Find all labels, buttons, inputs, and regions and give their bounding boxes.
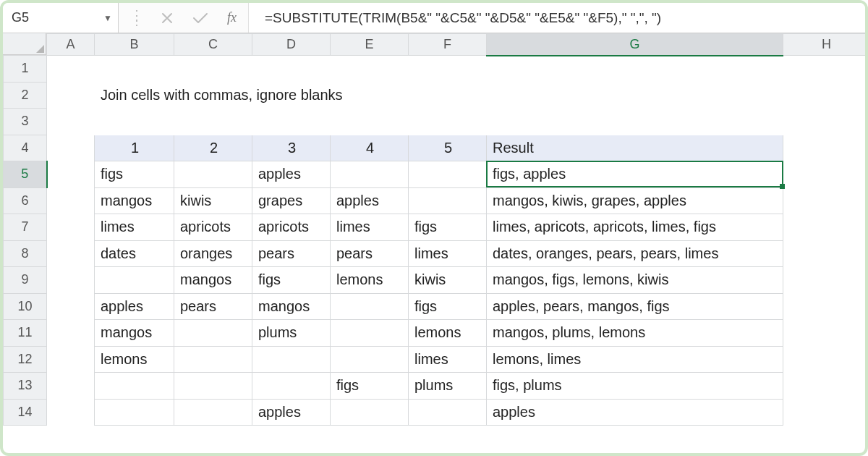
table-header[interactable]: 4 — [331, 135, 409, 161]
cell[interactable]: apples — [487, 399, 783, 426]
cell[interactable] — [783, 320, 869, 347]
cell[interactable] — [174, 161, 252, 188]
cell[interactable]: apples — [252, 399, 331, 426]
cell[interactable]: figs — [252, 267, 331, 294]
cell[interactable] — [409, 399, 487, 426]
cell[interactable]: limes — [409, 240, 487, 267]
cell[interactable]: limes — [331, 214, 409, 241]
col-header-C[interactable]: C — [174, 34, 252, 56]
row-header-10[interactable]: 10 — [4, 293, 47, 320]
cell[interactable] — [783, 346, 869, 373]
cell-G5[interactable]: figs, apples — [487, 161, 783, 188]
fx-icon[interactable]: fx — [227, 10, 237, 25]
cell[interactable]: figs — [409, 293, 487, 320]
cell[interactable]: oranges — [174, 240, 252, 267]
formula-input[interactable]: =SUBSTITUTE(TRIM(B5&" "&C5&" "&D5&" "&E5… — [249, 3, 865, 33]
cell[interactable] — [331, 161, 409, 188]
row-header-14[interactable]: 14 — [4, 399, 47, 426]
cell[interactable] — [95, 373, 174, 400]
table-header[interactable]: 5 — [409, 135, 487, 161]
cell[interactable] — [174, 320, 252, 347]
row-header-8[interactable]: 8 — [4, 240, 47, 267]
cell[interactable] — [47, 320, 95, 347]
cell[interactable] — [47, 399, 95, 426]
cell[interactable] — [47, 82, 95, 109]
cell[interactable] — [783, 240, 869, 267]
cell[interactable]: figs — [95, 161, 174, 188]
col-header-H[interactable]: H — [783, 34, 869, 56]
cell[interactable]: apricots — [252, 214, 331, 241]
cell[interactable] — [47, 346, 95, 373]
cell[interactable] — [252, 373, 331, 400]
cell[interactable]: mangos — [252, 293, 331, 320]
cell[interactable]: mangos — [95, 320, 174, 347]
cell[interactable] — [95, 56, 869, 83]
cell[interactable]: mangos, plums, lemons — [487, 320, 783, 347]
cell[interactable]: lemons — [331, 267, 409, 294]
cell[interactable]: lemons — [95, 346, 174, 373]
cell[interactable] — [783, 161, 869, 188]
cell[interactable]: mangos, kiwis, grapes, apples — [487, 187, 783, 214]
cell[interactable]: dates, oranges, pears, pears, limes — [487, 240, 783, 267]
cell[interactable] — [783, 293, 869, 320]
cell[interactable] — [47, 267, 95, 294]
row-header-6[interactable]: 6 — [4, 187, 47, 214]
col-header-F[interactable]: F — [409, 34, 487, 56]
cell[interactable] — [331, 293, 409, 320]
cell[interactable]: kiwis — [174, 187, 252, 214]
cell[interactable]: figs, plums — [487, 373, 783, 400]
page-title[interactable]: Join cells with commas, ignore blanks — [95, 82, 869, 109]
cell[interactable]: limes — [409, 346, 487, 373]
col-header-E[interactable]: E — [331, 34, 409, 56]
table-header-result[interactable]: Result — [487, 135, 783, 161]
cell[interactable] — [174, 346, 252, 373]
row-header-2[interactable]: 2 — [4, 82, 47, 109]
cell[interactable]: limes, apricots, apricots, limes, figs — [487, 214, 783, 241]
row-header-12[interactable]: 12 — [4, 346, 47, 373]
cell[interactable] — [409, 161, 487, 188]
spreadsheet-grid[interactable]: A B C D E F G H 1 2 Join cells with comm… — [3, 33, 865, 426]
cell[interactable] — [95, 267, 174, 294]
cell[interactable] — [47, 214, 95, 241]
col-header-B[interactable]: B — [95, 34, 174, 56]
cell[interactable]: plums — [409, 373, 487, 400]
cancel-icon[interactable] — [161, 12, 174, 25]
cell[interactable]: apples — [331, 187, 409, 214]
row-header-5[interactable]: 5 — [4, 161, 47, 188]
cell[interactable] — [331, 346, 409, 373]
cell[interactable]: pears — [331, 240, 409, 267]
cell[interactable] — [252, 346, 331, 373]
chevron-down-icon[interactable]: ▼ — [103, 13, 112, 23]
select-all-triangle[interactable] — [3, 33, 46, 55]
cell[interactable]: limes — [95, 214, 174, 241]
cell[interactable] — [783, 267, 869, 294]
cell[interactable] — [47, 109, 95, 135]
row-header-13[interactable]: 13 — [4, 373, 47, 400]
cell[interactable] — [174, 373, 252, 400]
confirm-icon[interactable] — [192, 12, 208, 25]
cell[interactable]: apricots — [174, 214, 252, 241]
cell[interactable]: pears — [174, 293, 252, 320]
cell[interactable] — [783, 135, 869, 161]
row-header-9[interactable]: 9 — [4, 267, 47, 294]
cell[interactable]: lemons, limes — [487, 346, 783, 373]
row-header-11[interactable]: 11 — [4, 320, 47, 347]
col-header-A[interactable]: A — [47, 34, 95, 56]
cell[interactable] — [174, 399, 252, 426]
cell[interactable] — [95, 399, 174, 426]
row-header-4[interactable]: 4 — [4, 135, 47, 161]
cell[interactable]: figs — [409, 214, 487, 241]
name-box[interactable]: G5 ▼ — [3, 3, 119, 33]
row-header-3[interactable]: 3 — [4, 109, 47, 135]
cell[interactable]: apples — [252, 161, 331, 188]
cell[interactable] — [783, 399, 869, 426]
cell[interactable]: dates — [95, 240, 174, 267]
cell[interactable] — [783, 214, 869, 241]
cell[interactable] — [47, 135, 95, 161]
row-header-7[interactable]: 7 — [4, 214, 47, 241]
cell[interactable] — [331, 399, 409, 426]
cell[interactable] — [47, 240, 95, 267]
cell[interactable]: apples, pears, mangos, figs — [487, 293, 783, 320]
col-header-G[interactable]: G — [487, 34, 783, 56]
table-header[interactable]: 2 — [174, 135, 252, 161]
